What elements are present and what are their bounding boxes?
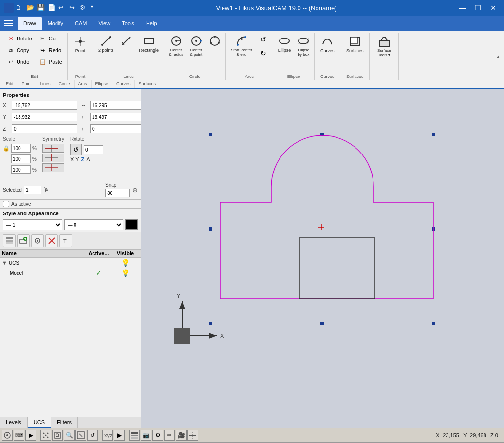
line-angle-button[interactable] [117,33,135,50]
point-button[interactable]: Point [70,33,91,56]
copy-button[interactable]: ⧉ Copy [4,45,35,56]
undohist-icon[interactable]: ↩ [58,4,67,12]
rotate-ccw-button[interactable]: ↺ [70,144,82,155]
size-w-input[interactable] [90,101,141,110]
save-icon[interactable]: 💾 [37,4,46,12]
zoom-in-btn[interactable]: 🔍 [64,430,75,441]
sym-x-button[interactable] [42,144,64,153]
scale-x-input[interactable] [11,144,31,153]
rotate-a[interactable]: A [86,156,90,162]
ellipse-button[interactable]: Ellipse [275,33,294,55]
rectangle-button[interactable]: Rectangle [136,33,162,55]
settings2-btn[interactable]: ⚙ [152,430,163,441]
as-active-checkbox[interactable] [3,201,9,207]
snap-mode-btn[interactable] [2,430,13,441]
layer-text-btn[interactable]: T [59,234,72,247]
surface-tools-button[interactable]: SurfaceTools ▾ [373,33,395,59]
ribbon-collapse-btn[interactable]: ▲ [494,33,502,80]
sym-y-button[interactable] [42,154,64,162]
keyboard-mode-btn[interactable]: ⌨ [14,430,24,441]
rotate-y[interactable]: Y [75,156,79,162]
tab-ucs[interactable]: UCS [28,417,51,428]
scale-y-input[interactable] [11,154,31,163]
open-icon[interactable]: 📂 [26,4,35,12]
pos-y-input[interactable] [12,113,77,121]
snap-crosshair-icon[interactable]: ⊕ [132,186,138,193]
arc-cw-button[interactable]: ↻ [256,47,271,59]
minimize-button[interactable]: — [455,2,469,13]
scale-z-input[interactable] [11,165,31,174]
arc-ccw-button[interactable]: ↺ [256,33,271,46]
arc-extra-icon: ⋯ [259,62,268,71]
snap-grid-btn[interactable] [40,430,51,441]
menu-view[interactable]: View [93,17,116,30]
rotate-angle-input[interactable] [84,145,103,154]
close-button[interactable]: ✕ [486,2,500,13]
rotate-x[interactable]: X [70,156,74,162]
selected-input[interactable] [24,186,41,194]
main-area: Properties X Y Z [0,89,504,428]
ucs-layer-item[interactable]: ▼ UCS 💡 [0,258,141,268]
layers-icon-btn[interactable] [3,234,16,247]
tab-filters[interactable]: Filters [51,417,78,428]
center-point-button[interactable]: Center& point [187,33,205,58]
2points-button[interactable]: 2 points [95,33,117,55]
title-icons: 🗋 📂 💾 📄 ↩ ↪ ⚙ ▾ [4,3,97,13]
menu-draw[interactable]: Draw [18,17,42,30]
surfaces-button[interactable]: Surfaces [343,33,367,56]
pen-tool-btn[interactable]: ✏ [164,430,175,441]
menu-help[interactable]: Help [140,17,163,30]
dropdown-btn[interactable]: ▾ [91,4,97,12]
line-style-select[interactable]: — 1 — 2 [3,219,62,230]
layer-delete-btn[interactable] [45,234,58,247]
size-h-input[interactable] [90,113,141,121]
sym-xy-button[interactable] [42,163,64,172]
zoom-extents-btn[interactable] [52,430,63,441]
canvas-area[interactable]: X Y [141,89,504,428]
line-weight-select[interactable]: — 0 — 1 [64,219,124,230]
pos-x-input[interactable] [12,101,77,110]
settings-icon[interactable]: ⚙ [80,4,89,12]
xyz-indicator-btn[interactable]: xyz [102,430,113,441]
ucs-expand-icon[interactable]: ▼ [2,260,9,266]
size-d-input[interactable] [90,124,141,133]
hamburger-menu[interactable] [2,17,16,30]
more-right-btn[interactable]: ▶ [25,430,36,441]
camera-btn[interactable]: 🎥 [176,430,187,441]
ribbon-group-edit: ✕ Delete ⧉ Copy ↩ Undo ✂ Cut ↪ [2,33,68,80]
menu-cam[interactable]: CAM [69,17,93,30]
layers-vis-btn[interactable] [129,430,140,441]
3points-button[interactable] [206,33,224,50]
delete-button[interactable]: ✕ Delete [4,33,35,44]
layer-properties-btn[interactable] [31,234,44,247]
redohist-icon[interactable]: ↪ [69,4,78,12]
snap-input[interactable] [105,189,130,197]
rotate-z[interactable]: Z [81,156,85,162]
model-layer-item[interactable]: Model ✓ 💡 [0,268,141,278]
cut-button[interactable]: ✂ Cut [36,33,65,44]
saveas-icon[interactable]: 📄 [48,4,56,12]
ellipse-by-box-button[interactable]: Ellipseby box [295,33,312,58]
redo-button[interactable]: ↪ Redo [36,45,65,56]
paste-button[interactable]: 📋 Paste [36,57,65,67]
new-icon[interactable]: 🗋 [16,4,24,12]
rotate-3d-btn[interactable]: ↺ [87,430,98,441]
more-right-btn2[interactable]: ▶ [114,430,125,441]
capture-btn[interactable]: 📷 [141,430,151,441]
svg-text:xyz: xyz [104,432,112,438]
start-center-end-button[interactable]: Start, center& end [228,33,255,58]
tab-levels[interactable]: Levels [0,417,28,428]
curves-button[interactable]: Curves [317,33,338,56]
svg-rect-60 [131,437,138,439]
pos-z-input[interactable] [12,124,77,133]
fit-window-btn[interactable] [75,430,86,441]
restore-button[interactable]: ❐ [471,2,485,13]
line-tools-btn[interactable] [187,430,198,441]
arc-extra-button[interactable]: ⋯ [256,60,271,73]
undo-button[interactable]: ↩ Undo [4,57,35,67]
color-picker[interactable] [125,219,138,230]
menu-tools[interactable]: Tools [116,17,140,30]
center-radius-button[interactable]: Center& radius [166,33,186,58]
menu-modify[interactable]: Modify [42,17,69,30]
add-layer-btn[interactable] [17,234,30,247]
